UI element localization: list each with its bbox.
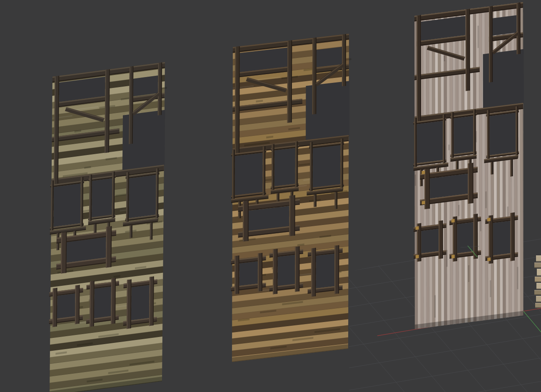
viewport-canvas[interactable]	[0, 0, 541, 392]
wall-panel-left[interactable]	[48, 62, 167, 392]
upper-right-window-opening	[133, 75, 158, 96]
mid-center-window-opening	[454, 116, 473, 154]
3d-viewport[interactable]	[0, 0, 541, 392]
wall-panel-right[interactable]	[413, 2, 524, 329]
mid-right-window-opening	[313, 145, 341, 187]
wall-panel-middle[interactable]	[231, 33, 351, 362]
frame-peg	[416, 226, 419, 230]
mid-left-window-opening	[235, 153, 263, 195]
frame-peg	[421, 171, 425, 175]
frame-peg	[487, 218, 491, 222]
mid-center-window-opening	[274, 148, 295, 186]
frame-peg	[422, 201, 425, 205]
mid-left-window-opening	[53, 183, 81, 227]
mid-right-window-opening	[129, 175, 156, 218]
mid-left-window-opening	[417, 121, 443, 163]
upper-right-window-opening	[493, 15, 516, 36]
upper-right-window-opening	[317, 47, 342, 67]
frame-peg	[451, 255, 455, 258]
side-notch-opening	[122, 110, 165, 171]
mid-right-window-opening	[489, 113, 516, 155]
mid-center-window-opening	[92, 178, 112, 217]
frame-peg	[487, 257, 491, 261]
frame-peg	[451, 219, 455, 222]
frame-peg	[416, 255, 419, 258]
